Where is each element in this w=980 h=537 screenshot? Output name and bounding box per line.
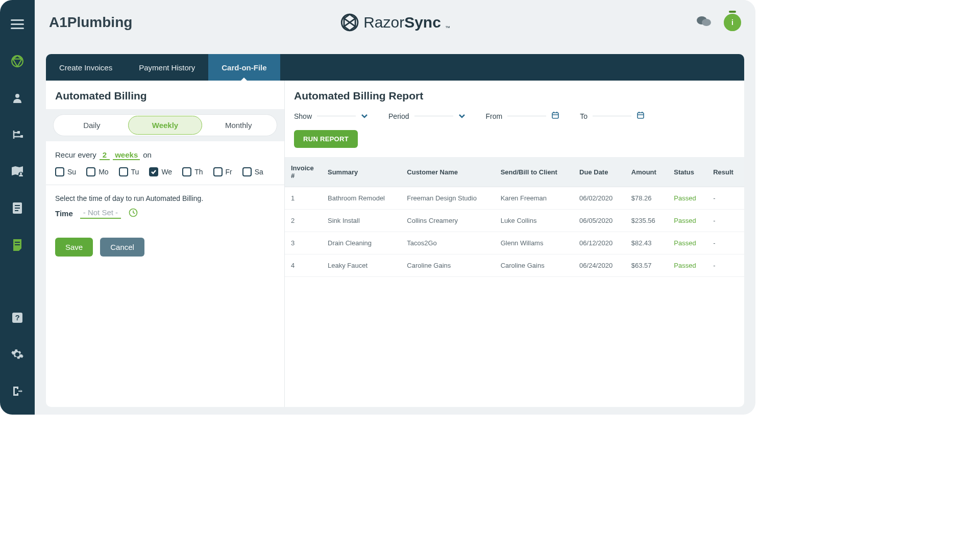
main: A1Plumbing RazorSync ™ i Create Invoices…: [35, 0, 755, 415]
table-header-cell[interactable]: Amount: [625, 157, 668, 187]
nav-user-icon[interactable]: [9, 90, 26, 106]
recur-unit-select[interactable]: weeks: [113, 150, 140, 160]
svg-rect-22: [638, 113, 644, 118]
panel-billing-report: Automated Billing Report Show Period: [285, 81, 744, 407]
brand-trademark: ™: [445, 25, 450, 31]
filter-from[interactable]: From: [486, 111, 560, 121]
table-cell: -: [707, 210, 744, 232]
topbar-right: i: [696, 14, 741, 31]
table-header-cell[interactable]: Send/Bill to Client: [495, 157, 573, 187]
table-row[interactable]: 2Sink InstallCollins CreameryLuke Collin…: [285, 210, 744, 232]
day-label: We: [161, 168, 172, 176]
checkbox-icon: [149, 167, 158, 176]
time-value-input[interactable]: - Not Set -: [80, 208, 121, 219]
table-header-cell[interactable]: Result: [707, 157, 744, 187]
table-row[interactable]: 3Drain CleaningTacos2GoGlenn Willams06/1…: [285, 232, 744, 254]
tabs: Create InvoicesPayment HistoryCard-on-Fi…: [46, 54, 744, 81]
svg-rect-13: [15, 242, 20, 243]
content: Create InvoicesPayment HistoryCard-on-Fi…: [35, 45, 755, 415]
table-header-cell[interactable]: Due Date: [573, 157, 625, 187]
table-cell: 06/24/2020: [573, 254, 625, 277]
filter-show[interactable]: Show: [294, 112, 368, 120]
nav-settings-icon[interactable]: [9, 346, 26, 363]
nav-dashboard-icon[interactable]: [9, 53, 26, 69]
recur-value-input[interactable]: 2: [100, 150, 110, 160]
day-checkbox-su[interactable]: Su: [55, 167, 76, 176]
svg-rect-5: [17, 131, 20, 134]
hamburger-menu-icon[interactable]: [9, 16, 26, 33]
table-cell: Luke Collins: [495, 210, 573, 232]
panels: Automated Billing DailyWeeklyMonthly Rec…: [46, 81, 744, 407]
table-cell: 4: [285, 254, 322, 277]
checkbox-icon: [86, 167, 95, 176]
table-cell: Passed: [668, 232, 707, 254]
tab-create-invoices[interactable]: Create Invoices: [46, 54, 126, 81]
day-checkbox-th[interactable]: Th: [182, 167, 203, 176]
user-avatar[interactable]: i: [724, 14, 741, 31]
day-label: Tu: [131, 168, 139, 176]
svg-rect-14: [15, 244, 20, 245]
svg-rect-1: [11, 23, 24, 25]
frequency-option-weekly[interactable]: Weekly: [128, 116, 203, 135]
day-checkbox-tu[interactable]: Tu: [119, 167, 139, 176]
frequency-option-daily[interactable]: Daily: [55, 116, 129, 134]
table-header-cell[interactable]: Status: [668, 157, 707, 187]
table-header-cell[interactable]: Customer Name: [401, 157, 494, 187]
nav-map-icon[interactable]: [9, 163, 26, 180]
svg-point-3: [12, 56, 23, 67]
table-cell: Sink Install: [322, 210, 401, 232]
table-cell: Collins Creamery: [401, 210, 494, 232]
day-label: Fr: [226, 168, 232, 176]
checkbox-icon: [55, 167, 64, 176]
table-cell: Tacos2Go: [401, 232, 494, 254]
nav-document-icon[interactable]: [9, 200, 26, 216]
nav-logout-icon[interactable]: [9, 383, 26, 399]
chevron-down-icon: [361, 112, 368, 120]
filter-to-label: To: [580, 112, 587, 120]
svg-rect-21: [552, 113, 558, 118]
nav-notes-icon[interactable]: [9, 237, 26, 253]
sidebar-bottom: ?: [9, 310, 26, 415]
table-cell: $235.56: [625, 210, 668, 232]
filter-to[interactable]: To: [580, 111, 645, 121]
svg-rect-11: [15, 208, 20, 209]
time-block: Select the time of day to run Automated …: [46, 185, 284, 228]
table-header-cell[interactable]: Summary: [322, 157, 401, 187]
nav-hierarchy-icon[interactable]: [9, 126, 26, 143]
report-title: Automated Billing Report: [285, 81, 744, 109]
table-cell: 06/05/2020: [573, 210, 625, 232]
day-label: Su: [67, 168, 76, 176]
save-button[interactable]: Save: [55, 238, 93, 257]
day-label: Sa: [255, 168, 263, 176]
svg-point-4: [15, 94, 19, 98]
table-cell: $82.43: [625, 232, 668, 254]
day-checkbox-we[interactable]: We: [149, 167, 172, 176]
filter-period-label: Period: [388, 112, 409, 120]
cancel-button[interactable]: Cancel: [100, 238, 144, 257]
table-cell: Freeman Design Studio: [401, 187, 494, 210]
day-checkbox-fr[interactable]: Fr: [213, 167, 232, 176]
table-row[interactable]: 1Bathroom RemodelFreeman Design StudioKa…: [285, 187, 744, 210]
clock-icon[interactable]: [128, 208, 138, 219]
table-cell: 06/12/2020: [573, 232, 625, 254]
table-row[interactable]: 4Leaky FaucetCaroline GainsCaroline Gain…: [285, 254, 744, 277]
table-header-cell[interactable]: Invoice #: [285, 157, 322, 187]
table-cell: Drain Cleaning: [322, 232, 401, 254]
chat-icon[interactable]: [696, 14, 712, 31]
day-checkbox-mo[interactable]: Mo: [86, 167, 108, 176]
filter-period[interactable]: Period: [388, 112, 465, 120]
svg-point-8: [20, 172, 22, 174]
day-checkbox-sa[interactable]: Sa: [242, 167, 263, 176]
recur-label: Recur every: [55, 150, 96, 159]
svg-rect-2: [11, 28, 24, 29]
frequency-option-monthly[interactable]: Monthly: [202, 116, 275, 134]
tab-card-on-file[interactable]: Card-on-File: [208, 54, 280, 81]
tab-payment-history[interactable]: Payment History: [126, 54, 208, 81]
table-cell: $78.26: [625, 187, 668, 210]
filter-divider: [593, 116, 631, 116]
brand-logo: RazorSync ™: [340, 13, 450, 32]
table-cell: 2: [285, 210, 322, 232]
table-cell: Caroline Gains: [401, 254, 494, 277]
nav-help-icon[interactable]: ?: [9, 310, 26, 326]
run-report-button[interactable]: RUN REPORT: [294, 130, 358, 148]
